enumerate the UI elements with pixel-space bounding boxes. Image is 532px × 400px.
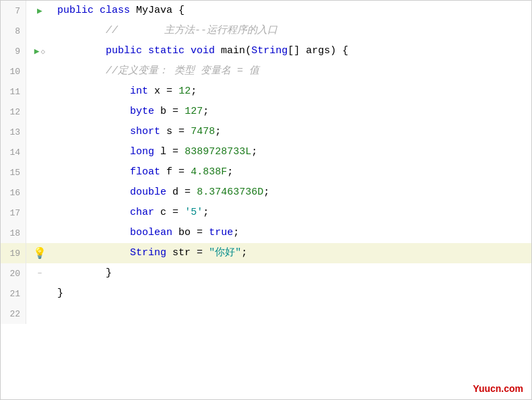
gutter-21 xyxy=(26,284,53,304)
line-num-21: 21 xyxy=(1,284,26,304)
code-line-18: 18 boolean bo = true; xyxy=(1,223,531,243)
line-num-18: 18 xyxy=(1,223,26,243)
code-content-15: float f = 4.838F; xyxy=(53,162,531,182)
line-num-20: 20 xyxy=(1,263,26,284)
code-content-11: int x = 12; xyxy=(53,81,531,102)
bulb-icon-19[interactable]: 💡 xyxy=(33,246,46,260)
run-arrow-7[interactable]: ▶ xyxy=(37,5,42,16)
gutter-13 xyxy=(26,122,53,142)
line-num-19: 19 xyxy=(1,243,26,263)
line-num-9: 9 xyxy=(1,41,26,61)
gutter-22 xyxy=(26,304,53,324)
code-content-9: public static void main(String[] args) { xyxy=(53,41,531,61)
code-line-12: 12 byte b = 127; xyxy=(1,102,531,122)
code-content-8: // 主方法--运行程序的入口 xyxy=(53,21,531,41)
gutter-19: 💡 xyxy=(26,243,53,263)
code-content-14: long l = 8389728733L; xyxy=(53,142,531,162)
code-line-16: 16 double d = 8.37463736D; xyxy=(1,182,531,203)
line-num-8: 8 xyxy=(1,21,26,41)
code-line-17: 17 char c = '5'; xyxy=(1,203,531,223)
collapse-icon-20[interactable]: − xyxy=(38,269,42,277)
code-line-9: 9 ▶ ◇ public static void main(String[] a… xyxy=(1,41,531,61)
code-content-10: //定义变量： 类型 变量名 = 值 xyxy=(53,61,531,81)
gutter-17 xyxy=(26,203,53,223)
gutter-8 xyxy=(26,21,53,41)
run-arrow-9[interactable]: ▶ xyxy=(34,46,40,57)
code-content-12: byte b = 127; xyxy=(53,102,531,122)
code-line-15: 15 float f = 4.838F; xyxy=(1,162,531,182)
code-line-14: 14 long l = 8389728733L; xyxy=(1,142,531,162)
line-num-12: 12 xyxy=(1,102,26,122)
scope-icon-9: ◇ xyxy=(41,47,46,56)
code-line-22: 22 xyxy=(1,304,531,324)
line-num-14: 14 xyxy=(1,142,26,162)
line-num-16: 16 xyxy=(1,182,26,203)
gutter-7[interactable]: ▶ xyxy=(26,1,53,21)
watermark: Yuucn.com xyxy=(473,383,523,394)
code-line-13: 13 short s = 7478; xyxy=(1,122,531,142)
line-num-15: 15 xyxy=(1,162,26,182)
code-line-21: 21 } xyxy=(1,284,531,304)
code-content-13: short s = 7478; xyxy=(53,122,531,142)
gutter-11 xyxy=(26,81,53,102)
code-line-11: 11 int x = 12; xyxy=(1,81,531,102)
code-content-21: } xyxy=(53,284,531,304)
line-num-11: 11 xyxy=(1,81,26,102)
code-content-19: String str = "你好"; xyxy=(53,243,531,263)
gutter-10 xyxy=(26,61,53,81)
gutter-12 xyxy=(26,102,53,122)
gutter-16 xyxy=(26,182,53,203)
line-num-13: 13 xyxy=(1,122,26,142)
gutter-18 xyxy=(26,223,53,243)
line-num-10: 10 xyxy=(1,61,26,81)
code-content-7: public class MyJava { xyxy=(53,1,531,21)
code-content-16: double d = 8.37463736D; xyxy=(53,182,531,203)
code-line-20: 20 − } xyxy=(1,263,531,284)
code-line-10: 10 //定义变量： 类型 变量名 = 值 xyxy=(1,61,531,81)
code-line-19: 19 💡 String str = "你好"; xyxy=(1,243,531,263)
code-content-20: } xyxy=(53,263,531,284)
code-content-17: char c = '5'; xyxy=(53,203,531,223)
code-area: 7 ▶ public class MyJava { 8 // 主方法--运行程序… xyxy=(1,1,531,399)
code-content-18: boolean bo = true; xyxy=(53,223,531,243)
code-line-8: 8 // 主方法--运行程序的入口 xyxy=(1,21,531,41)
line-num-7: 7 xyxy=(1,1,26,21)
gutter-15 xyxy=(26,162,53,182)
code-line-7: 7 ▶ public class MyJava { xyxy=(1,1,531,21)
gutter-9[interactable]: ▶ ◇ xyxy=(26,41,53,61)
line-num-22: 22 xyxy=(1,304,26,324)
gutter-20[interactable]: − xyxy=(26,263,53,284)
editor-window: 7 ▶ public class MyJava { 8 // 主方法--运行程序… xyxy=(0,0,532,400)
line-num-17: 17 xyxy=(1,203,26,223)
gutter-14 xyxy=(26,142,53,162)
